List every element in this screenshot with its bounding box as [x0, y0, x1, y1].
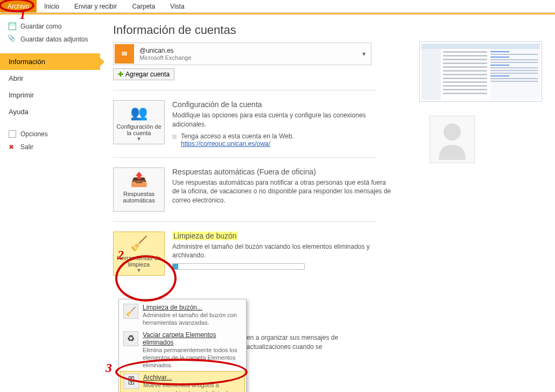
divider [113, 90, 377, 90]
sidebar-abrir[interactable]: Abrir [0, 70, 100, 87]
backstage-sidebar: Guardar como Guardar datos adjuntos Info… [0, 15, 100, 392]
avatar-placeholder [430, 116, 475, 163]
section-auto-replies: 📤 Respuestas automáticas Respuestas auto… [113, 167, 393, 212]
add-account-button[interactable]: ✚ Agregar cuenta [113, 68, 174, 80]
menu-desc: Elimina permanentemente todos los elemen… [143, 346, 242, 369]
menu-desc: Mueve elementos antiguos a carpetas arch… [143, 381, 241, 392]
menu-archive[interactable]: 🗄 Archivar... Mueve elementos antiguos a… [120, 371, 245, 392]
tab-inicio[interactable]: Inicio [37, 0, 67, 12]
tab-enviar-recibir[interactable]: Enviar y recibir [67, 0, 124, 12]
cleanup-icon: 🧹 [128, 235, 150, 253]
tab-vista[interactable]: Vista [163, 0, 192, 12]
mailbox-cleanup-icon: 🧹 [123, 304, 138, 319]
sidebar-imprimir[interactable]: Imprimir [0, 87, 100, 103]
account-email: @unican.es [139, 47, 353, 54]
bullet-text: Tenga acceso a esta cuenta en la Web. [181, 132, 294, 140]
section-desc: Administre el tamaño del buzón vaciando … [172, 242, 393, 261]
archive-icon: 🗄 [124, 374, 139, 389]
chevron-down-icon: ▾ [357, 50, 371, 58]
svg-point-0 [444, 123, 461, 141]
chevron-down-icon: ▼ [114, 136, 164, 142]
tab-archivo[interactable]: Archivo [0, 0, 37, 12]
page-title: Información de cuentas [113, 23, 542, 37]
cleanup-tools-button[interactable]: 🧹 Herramientas de limpieza ▼ [113, 232, 165, 276]
close-icon [9, 143, 16, 151]
button-label: Configuración de la cuenta [114, 123, 164, 136]
sidebar-opciones[interactable]: Opciones [0, 128, 100, 141]
section-title: Configuración de la cuenta [172, 100, 393, 109]
divider [113, 221, 377, 222]
account-settings-icon: 👥 [128, 104, 150, 121]
sidebar-salir[interactable]: Salir [0, 141, 100, 153]
button-label: Respuestas automáticas [114, 191, 164, 204]
chevron-down-icon: ▼ [114, 268, 164, 273]
menu-title: Vaciar carpeta Elementos eliminados [143, 331, 242, 346]
section-account-settings: 👥 Configuración de la cuenta ▼ Configura… [113, 100, 393, 148]
section-cleanup: 🧹 Herramientas de limpieza ▼ Limpieza de… [113, 232, 393, 276]
preview-thumbnail [419, 41, 542, 102]
sidebar-save-as[interactable]: Guardar como [0, 20, 100, 33]
auto-replies-button[interactable]: 📤 Respuestas automáticas [113, 167, 165, 212]
tab-carpeta[interactable]: Carpeta [124, 0, 163, 12]
options-icon [9, 130, 16, 138]
add-account-label: Agregar cuenta [125, 71, 170, 78]
plus-icon: ✚ [118, 71, 123, 78]
menu-title: Archivar... [143, 374, 241, 381]
partial-text: en a organizar sus mensajes de actualiza… [247, 333, 387, 352]
sidebar-item-label: Guardar como [20, 23, 62, 30]
ribbon-bar: Archivo Inicio Enviar y recibir Carpeta … [0, 0, 555, 13]
mailbox-size-bar [172, 263, 305, 270]
floppy-icon [9, 23, 16, 30]
bullet-icon [172, 135, 177, 139]
divider [113, 157, 377, 158]
menu-mailbox-cleanup[interactable]: 🧹 Limpieza de buzón... Administre el tam… [120, 302, 245, 329]
menu-empty-deleted[interactable]: ♻ Vaciar carpeta Elementos eliminados El… [120, 329, 245, 372]
cleanup-dropdown: 🧹 Limpieza de buzón... Administre el tam… [118, 299, 247, 392]
account-type: Microsoft Exchange [139, 54, 353, 61]
menu-desc: Administre el tamaño del buzón con herra… [143, 311, 242, 327]
account-settings-button[interactable]: 👥 Configuración de la cuenta ▼ [113, 100, 165, 144]
sidebar-item-label: Guardar datos adjuntos [20, 36, 88, 43]
section-title: Respuestas automáticas (Fuera de oficina… [172, 167, 393, 176]
button-label: Herramientas de limpieza [114, 255, 164, 268]
sidebar-ayuda[interactable]: Ayuda [0, 103, 100, 120]
section-desc: Modifique las opciones para esta cuenta … [172, 111, 393, 129]
section-title: Limpieza de buzón [172, 232, 238, 240]
account-selector[interactable]: ✉ @unican.es Microsoft Exchange ▾ [113, 43, 371, 65]
sidebar-save-attachments[interactable]: Guardar datos adjuntos [0, 33, 100, 46]
sidebar-item-label: Salir [20, 143, 33, 151]
section-desc: Use respuestas automáticas para notifica… [172, 178, 393, 205]
sidebar-informacion[interactable]: Información [0, 53, 100, 70]
recycle-icon: ♻ [123, 331, 138, 346]
attachment-icon [9, 36, 16, 43]
sidebar-item-label: Opciones [20, 130, 48, 138]
auto-reply-icon: 📤 [128, 171, 150, 188]
owa-link[interactable]: https://correouc.unican.es/owa/ [181, 140, 270, 148]
exchange-icon: ✉ [115, 44, 134, 64]
menu-title: Limpieza de buzón... [143, 304, 242, 311]
